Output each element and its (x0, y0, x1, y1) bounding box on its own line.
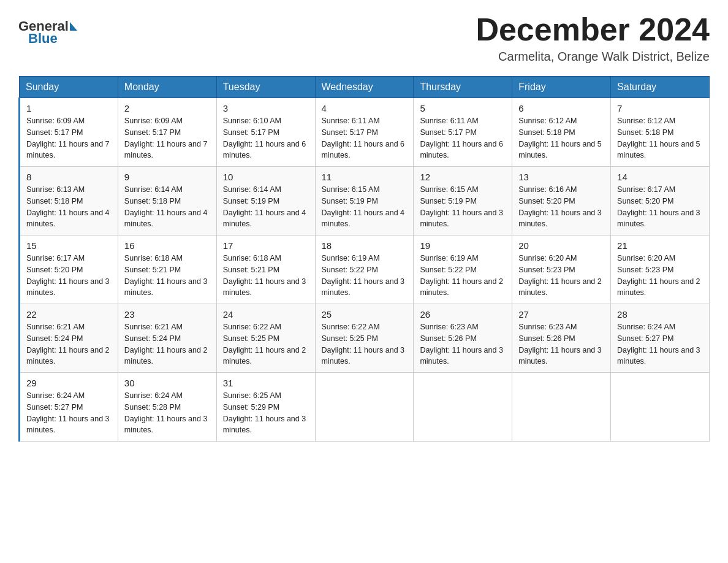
day-info: Sunrise: 6:21 AMSunset: 5:24 PMDaylight:… (26, 323, 110, 366)
day-info: Sunrise: 6:17 AMSunset: 5:20 PMDaylight:… (26, 254, 110, 297)
table-row: 10 Sunrise: 6:14 AMSunset: 5:19 PMDaylig… (216, 167, 315, 236)
header-friday: Friday (512, 77, 611, 98)
day-info: Sunrise: 6:09 AMSunset: 5:17 PMDaylight:… (26, 117, 110, 159)
day-number: 10 (223, 172, 309, 182)
logo-blue-text: Blue (28, 31, 58, 47)
day-number: 27 (518, 309, 604, 320)
table-row: 1 Sunrise: 6:09 AMSunset: 5:17 PMDayligh… (20, 98, 118, 167)
table-row: 18 Sunrise: 6:19 AMSunset: 5:22 PMDaylig… (315, 236, 414, 304)
table-row: 23 Sunrise: 6:21 AMSunset: 5:24 PMDaylig… (118, 304, 216, 373)
day-info: Sunrise: 6:12 AMSunset: 5:18 PMDaylight:… (518, 117, 602, 159)
day-number: 12 (420, 172, 506, 182)
table-row (315, 373, 414, 442)
day-info: Sunrise: 6:19 AMSunset: 5:22 PMDaylight:… (322, 254, 405, 297)
table-row: 5 Sunrise: 6:11 AMSunset: 5:17 PMDayligh… (414, 98, 512, 167)
table-row: 31 Sunrise: 6:25 AMSunset: 5:29 PMDaylig… (216, 373, 315, 442)
calendar-table: Sunday Monday Tuesday Wednesday Thursday… (18, 76, 710, 442)
table-row: 24 Sunrise: 6:22 AMSunset: 5:25 PMDaylig… (216, 304, 315, 373)
day-info: Sunrise: 6:24 AMSunset: 5:28 PMDaylight:… (124, 391, 208, 434)
day-info: Sunrise: 6:18 AMSunset: 5:21 PMDaylight:… (124, 254, 208, 297)
table-row: 26 Sunrise: 6:23 AMSunset: 5:26 PMDaylig… (414, 304, 512, 373)
header-tuesday: Tuesday (216, 77, 315, 98)
day-number: 20 (518, 240, 604, 251)
table-row: 8 Sunrise: 6:13 AMSunset: 5:18 PMDayligh… (20, 167, 118, 236)
day-number: 16 (124, 240, 210, 251)
table-row (414, 373, 512, 442)
day-number: 3 (223, 103, 309, 113)
table-row: 14 Sunrise: 6:17 AMSunset: 5:20 PMDaylig… (611, 167, 710, 236)
header-thursday: Thursday (414, 77, 512, 98)
calendar-week-row: 1 Sunrise: 6:09 AMSunset: 5:17 PMDayligh… (20, 98, 710, 167)
day-info: Sunrise: 6:21 AMSunset: 5:24 PMDaylight:… (124, 323, 208, 366)
day-info: Sunrise: 6:10 AMSunset: 5:17 PMDaylight:… (223, 117, 306, 159)
day-number: 6 (518, 103, 604, 113)
day-info: Sunrise: 6:20 AMSunset: 5:23 PMDaylight:… (518, 254, 602, 297)
day-number: 21 (617, 240, 703, 251)
month-title: December 2024 (476, 12, 710, 47)
table-row: 6 Sunrise: 6:12 AMSunset: 5:18 PMDayligh… (512, 98, 611, 167)
table-row: 13 Sunrise: 6:16 AMSunset: 5:20 PMDaylig… (512, 167, 611, 236)
day-info: Sunrise: 6:09 AMSunset: 5:17 PMDaylight:… (124, 117, 208, 159)
table-row: 22 Sunrise: 6:21 AMSunset: 5:24 PMDaylig… (20, 304, 118, 373)
day-info: Sunrise: 6:24 AMSunset: 5:27 PMDaylight:… (26, 391, 110, 434)
table-row: 9 Sunrise: 6:14 AMSunset: 5:18 PMDayligh… (118, 167, 216, 236)
day-info: Sunrise: 6:19 AMSunset: 5:22 PMDaylight:… (420, 254, 503, 297)
day-number: 4 (322, 103, 408, 113)
day-number: 18 (322, 240, 408, 251)
header-monday: Monday (118, 77, 216, 98)
day-number: 5 (420, 103, 506, 113)
day-number: 28 (617, 309, 703, 320)
title-block: December 2024 Carmelita, Orange Walk Dis… (476, 12, 710, 64)
page-header: General Blue December 2024 Carmelita, Or… (18, 12, 710, 64)
day-number: 26 (420, 309, 506, 320)
day-number: 14 (617, 172, 703, 182)
calendar-week-row: 8 Sunrise: 6:13 AMSunset: 5:18 PMDayligh… (20, 167, 710, 236)
day-info: Sunrise: 6:22 AMSunset: 5:25 PMDaylight:… (322, 323, 405, 366)
location-subtitle: Carmelita, Orange Walk District, Belize (476, 50, 710, 64)
day-number: 31 (223, 378, 309, 388)
day-info: Sunrise: 6:16 AMSunset: 5:20 PMDaylight:… (518, 185, 602, 228)
table-row (512, 373, 611, 442)
day-number: 9 (124, 172, 210, 182)
table-row: 20 Sunrise: 6:20 AMSunset: 5:23 PMDaylig… (512, 236, 611, 304)
table-row: 17 Sunrise: 6:18 AMSunset: 5:21 PMDaylig… (216, 236, 315, 304)
table-row: 2 Sunrise: 6:09 AMSunset: 5:17 PMDayligh… (118, 98, 216, 167)
calendar-week-row: 15 Sunrise: 6:17 AMSunset: 5:20 PMDaylig… (20, 236, 710, 304)
day-number: 8 (26, 172, 112, 182)
day-number: 1 (26, 103, 112, 113)
table-row: 19 Sunrise: 6:19 AMSunset: 5:22 PMDaylig… (414, 236, 512, 304)
day-number: 30 (124, 378, 210, 388)
day-info: Sunrise: 6:11 AMSunset: 5:17 PMDaylight:… (322, 117, 405, 159)
calendar-week-row: 22 Sunrise: 6:21 AMSunset: 5:24 PMDaylig… (20, 304, 710, 373)
logo-arrow-icon (70, 22, 77, 31)
day-number: 13 (518, 172, 604, 182)
table-row: 7 Sunrise: 6:12 AMSunset: 5:18 PMDayligh… (611, 98, 710, 167)
table-row: 30 Sunrise: 6:24 AMSunset: 5:28 PMDaylig… (118, 373, 216, 442)
day-info: Sunrise: 6:13 AMSunset: 5:18 PMDaylight:… (26, 185, 110, 228)
table-row: 25 Sunrise: 6:22 AMSunset: 5:25 PMDaylig… (315, 304, 414, 373)
day-number: 2 (124, 103, 210, 113)
day-info: Sunrise: 6:22 AMSunset: 5:25 PMDaylight:… (223, 323, 306, 366)
day-info: Sunrise: 6:14 AMSunset: 5:19 PMDaylight:… (223, 185, 306, 228)
day-info: Sunrise: 6:11 AMSunset: 5:17 PMDaylight:… (420, 117, 503, 159)
day-info: Sunrise: 6:25 AMSunset: 5:29 PMDaylight:… (223, 391, 306, 434)
day-info: Sunrise: 6:20 AMSunset: 5:23 PMDaylight:… (617, 254, 700, 297)
calendar-header-row: Sunday Monday Tuesday Wednesday Thursday… (20, 77, 710, 98)
day-info: Sunrise: 6:15 AMSunset: 5:19 PMDaylight:… (420, 185, 503, 228)
day-number: 29 (26, 378, 112, 388)
day-number: 7 (617, 103, 703, 113)
table-row: 3 Sunrise: 6:10 AMSunset: 5:17 PMDayligh… (216, 98, 315, 167)
table-row: 29 Sunrise: 6:24 AMSunset: 5:27 PMDaylig… (20, 373, 118, 442)
day-info: Sunrise: 6:23 AMSunset: 5:26 PMDaylight:… (420, 323, 503, 366)
header-sunday: Sunday (20, 77, 118, 98)
day-number: 11 (322, 172, 408, 182)
logo: General Blue (18, 12, 78, 47)
header-saturday: Saturday (611, 77, 710, 98)
day-number: 25 (322, 309, 408, 320)
day-info: Sunrise: 6:15 AMSunset: 5:19 PMDaylight:… (322, 185, 405, 228)
calendar-week-row: 29 Sunrise: 6:24 AMSunset: 5:27 PMDaylig… (20, 373, 710, 442)
day-info: Sunrise: 6:18 AMSunset: 5:21 PMDaylight:… (223, 254, 306, 297)
header-wednesday: Wednesday (315, 77, 414, 98)
table-row: 28 Sunrise: 6:24 AMSunset: 5:27 PMDaylig… (611, 304, 710, 373)
table-row: 21 Sunrise: 6:20 AMSunset: 5:23 PMDaylig… (611, 236, 710, 304)
